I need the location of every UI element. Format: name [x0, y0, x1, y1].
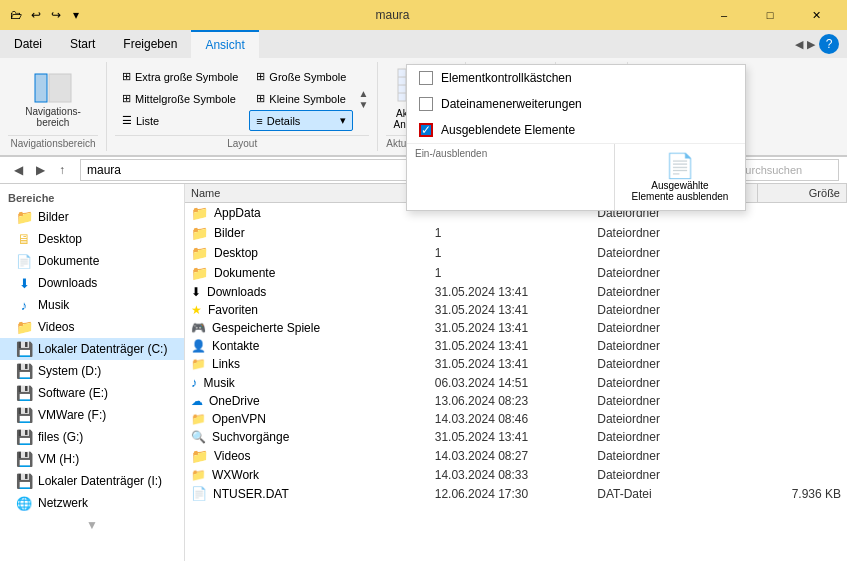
medium-icons-button[interactable]: ⊞ Mittelgroße Symbole — [115, 88, 245, 109]
extra-large-icons-button[interactable]: ⊞ Extra große Symbole — [115, 66, 245, 87]
file-type-dokumente: Dateiordner — [597, 266, 760, 280]
layout-expand-btn[interactable]: ▲▼ — [357, 88, 369, 110]
sidebar-software-e-label: Software (E:) — [38, 386, 108, 400]
back-arrow: ◀ — [795, 38, 803, 51]
large-icons-button[interactable]: ⊞ Große Symbole — [249, 66, 353, 87]
tab-datei[interactable]: Datei — [0, 30, 56, 58]
file-date-desktop: 1 — [435, 246, 598, 260]
sidebar-item-videos[interactable]: 📁 Videos — [0, 316, 184, 338]
ribbon-group-show-hide: Ein-/ausblenden ▾ Ein-/ausblenden Elemen… — [466, 62, 557, 151]
back-button[interactable]: ◀ — [8, 160, 28, 180]
table-row[interactable]: ⬇Downloads 31.05.2024 13:41 Dateiordner — [185, 283, 847, 301]
sidebar-item-downloads[interactable]: ⬇ Downloads — [0, 272, 184, 294]
hidden-items-checkbox[interactable]: ✓ — [419, 123, 433, 137]
col-header-name[interactable]: Name — [185, 184, 427, 202]
file-extensions-checkbox[interactable] — [419, 97, 433, 111]
hidden-items-item[interactable]: ✓ Ausgeblendete Elemente — [407, 117, 745, 143]
sidebar-item-software-e[interactable]: 💾 Software (E:) — [0, 382, 184, 404]
table-row[interactable]: 🔍Suchvorgänge 31.05.2024 13:41 Dateiordn… — [185, 428, 847, 446]
dokumente-icon: 📄 — [16, 253, 32, 269]
forward-arrow: ▶ — [807, 38, 815, 51]
table-row[interactable]: 📁Videos 14.03.2024 08:27 Dateiordner — [185, 446, 847, 466]
file-extensions-item[interactable]: Dateinamenerweiterungen — [407, 91, 745, 117]
file-date-favoriten: 31.05.2024 13:41 — [435, 303, 598, 317]
file-date-wxwork: 14.03.2024 08:33 — [435, 468, 598, 482]
sidebar-vm-h-label: VM (H:) — [38, 452, 79, 466]
file-type-videos: Dateiordner — [597, 449, 760, 463]
search-folder-icon: 🔍 — [191, 430, 206, 444]
table-row[interactable]: 📁Links 31.05.2024 13:41 Dateiordner — [185, 355, 847, 373]
folder-icon: 📁 — [191, 205, 208, 221]
medium-icons-label: Mittelgroße Symbole — [135, 93, 236, 105]
show-hide-dropdown: Elementkontrollkästchen Dateinamenerweit… — [406, 64, 746, 211]
sidebar-item-system-d[interactable]: 💾 System (D:) — [0, 360, 184, 382]
file-type-ntuser: DAT-Datei — [597, 487, 760, 501]
list-button[interactable]: ☰ Liste — [115, 110, 245, 131]
file-type-links: Dateiordner — [597, 357, 760, 371]
element-checkbox[interactable] — [419, 71, 433, 85]
tab-start[interactable]: Start — [56, 30, 109, 58]
file-type-suchvorgaenge: Dateiordner — [597, 430, 760, 444]
drive-d-icon: 💾 — [16, 363, 32, 379]
folder-icon: 📁 — [191, 245, 208, 261]
table-row[interactable]: 📁Dokumente 1 Dateiordner — [185, 263, 847, 283]
ribbon-group-navigation: Navigations-bereich Navigationsbereich — [0, 62, 107, 151]
ribbon-content: Navigations-bereich Navigationsbereich ⊞… — [0, 58, 847, 155]
file-extensions-label: Dateinamenerweiterungen — [441, 97, 582, 111]
details-label: Details — [267, 115, 301, 127]
help-button[interactable]: ? — [819, 34, 839, 54]
drive-g-icon: 💾 — [16, 429, 32, 445]
table-row[interactable]: ♪Musik 06.03.2024 14:51 Dateiordner — [185, 373, 847, 392]
element-checkbox-item[interactable]: Elementkontrollkästchen — [407, 65, 745, 91]
col-header-size[interactable]: Größe — [758, 184, 847, 202]
file-date-onedrive: 13.06.2024 08:23 — [435, 394, 598, 408]
musik-folder-icon: ♪ — [191, 375, 198, 390]
sidebar-item-dokumente[interactable]: 📄 Dokumente — [0, 250, 184, 272]
sidebar-item-netzwerk[interactable]: 🌐 Netzwerk — [0, 492, 184, 514]
table-row[interactable]: 🎮Gespeicherte Spiele 31.05.2024 13:41 Da… — [185, 319, 847, 337]
sidebar-item-bilder[interactable]: 📁 Bilder — [0, 206, 184, 228]
close-button[interactable]: ✕ — [793, 0, 839, 30]
table-row[interactable]: 📁Desktop 1 Dateiordner — [185, 243, 847, 263]
navigation-pane-button[interactable]: Navigations-bereich — [8, 65, 98, 133]
minimize-button[interactable]: – — [701, 0, 747, 30]
sidebar-item-vm-h[interactable]: 💾 VM (H:) — [0, 448, 184, 470]
sidebar-item-lokaler-c[interactable]: 💾 Lokaler Datenträger (C:) — [0, 338, 184, 360]
small-icons-button[interactable]: ⊞ Kleine Symbole — [249, 88, 353, 109]
folder-icon: 📁 — [191, 225, 208, 241]
table-row[interactable]: 👤Kontakte 31.05.2024 13:41 Dateiordner — [185, 337, 847, 355]
sidebar-section-label: Bereiche — [0, 188, 184, 206]
selected-items-hide-button[interactable]: 📄 AusgewählteElemente ausblenden — [615, 144, 745, 210]
expand-icon: ▲▼ — [358, 88, 368, 110]
sidebar-desktop-label: Desktop — [38, 232, 82, 246]
forward-button[interactable]: ▶ — [30, 160, 50, 180]
onedrive-icon: ☁ — [191, 394, 203, 408]
sidebar-netzwerk-label: Netzwerk — [38, 496, 88, 510]
maximize-button[interactable]: □ — [747, 0, 793, 30]
ribbon-group-layout: ⊞ Extra große Symbole ⊞ Mittelgroße Symb… — [107, 62, 378, 151]
table-row[interactable]: 📁WXWork 14.03.2024 08:33 Dateiordner — [185, 466, 847, 484]
table-row[interactable]: 📁Bilder 1 Dateiordner — [185, 223, 847, 243]
sidebar-musik-label: Musik — [38, 298, 69, 312]
table-row[interactable]: ☁OneDrive 13.06.2024 08:23 Dateiordner — [185, 392, 847, 410]
list-icon: ☰ — [122, 114, 132, 127]
desktop-icon: 🖥 — [16, 231, 32, 247]
table-row[interactable]: 📁OpenVPN 14.03.2024 08:46 Dateiordner — [185, 410, 847, 428]
layout-group-label: Layout — [115, 135, 369, 151]
tab-ansicht[interactable]: Ansicht — [191, 30, 258, 58]
tab-freigeben[interactable]: Freigeben — [109, 30, 191, 58]
sidebar-item-vmware-f[interactable]: 💾 VMWare (F:) — [0, 404, 184, 426]
table-row[interactable]: 📄NTUSER.DAT 12.06.2024 17:30 DAT-Datei 7… — [185, 484, 847, 503]
sidebar-item-desktop[interactable]: 🖥 Desktop — [0, 228, 184, 250]
scroll-indicator: ▼ — [0, 514, 184, 536]
file-name-dokumente: 📁Dokumente — [191, 265, 435, 281]
details-button[interactable]: ≡ Details ▾ — [249, 110, 353, 131]
sidebar-item-musik[interactable]: ♪ Musik — [0, 294, 184, 316]
nav-pane-label: Navigations-bereich — [25, 106, 81, 128]
up-button[interactable]: ↑ — [52, 160, 72, 180]
sidebar-item-lokaler-i[interactable]: 💾 Lokaler Datenträger (I:) — [0, 470, 184, 492]
sidebar-item-files-g[interactable]: 💾 files (G:) — [0, 426, 184, 448]
details-dropdown-arrow: ▾ — [340, 114, 346, 127]
star-icon: ★ — [191, 303, 202, 317]
table-row[interactable]: ★Favoriten 31.05.2024 13:41 Dateiordner — [185, 301, 847, 319]
